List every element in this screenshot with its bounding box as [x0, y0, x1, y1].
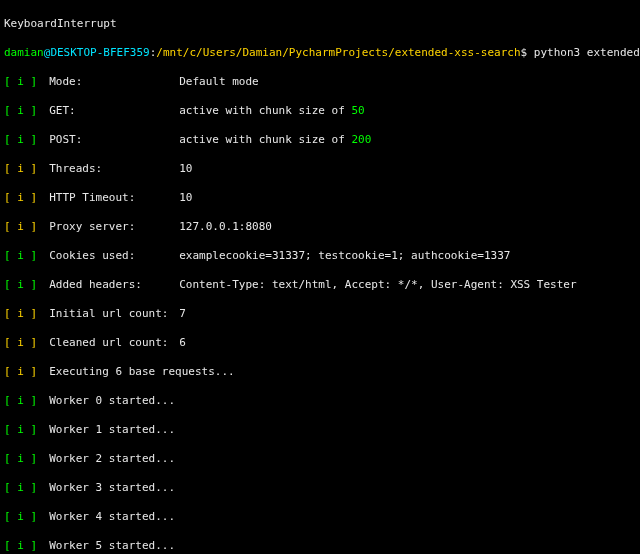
shell-prompt[interactable]: damian@DESKTOP-BFEF359:/mnt/c/Users/Dami… [0, 46, 640, 61]
warn-icon: [ i ] [4, 365, 36, 380]
info-icon: [ i ] [4, 249, 36, 264]
info-icon: [ i ] [4, 539, 36, 554]
info-icon: [ i ] [4, 104, 36, 119]
info-icon: [ i ] [4, 423, 36, 438]
info-icon: [ i ] [4, 452, 36, 467]
command: python3 extended-xss-search.py [534, 46, 640, 59]
info-icon: [ i ] [4, 75, 36, 90]
warn-icon: [ i ] [4, 191, 36, 206]
terminal-output: KeyboardInterrupt damian@DESKTOP-BFEF359… [0, 0, 640, 554]
keyboard-interrupt: KeyboardInterrupt [4, 17, 117, 30]
info-icon: [ i ] [4, 133, 36, 148]
cfg-key: Mode: [49, 75, 179, 90]
info-icon: [ i ] [4, 394, 36, 409]
info-icon: [ i ] [4, 510, 36, 525]
warn-icon: [ i ] [4, 162, 36, 177]
warn-icon: [ i ] [4, 307, 36, 322]
warn-icon: [ i ] [4, 220, 36, 235]
info-icon: [ i ] [4, 481, 36, 496]
warn-icon: [ i ] [4, 336, 36, 351]
info-icon: [ i ] [4, 278, 36, 293]
